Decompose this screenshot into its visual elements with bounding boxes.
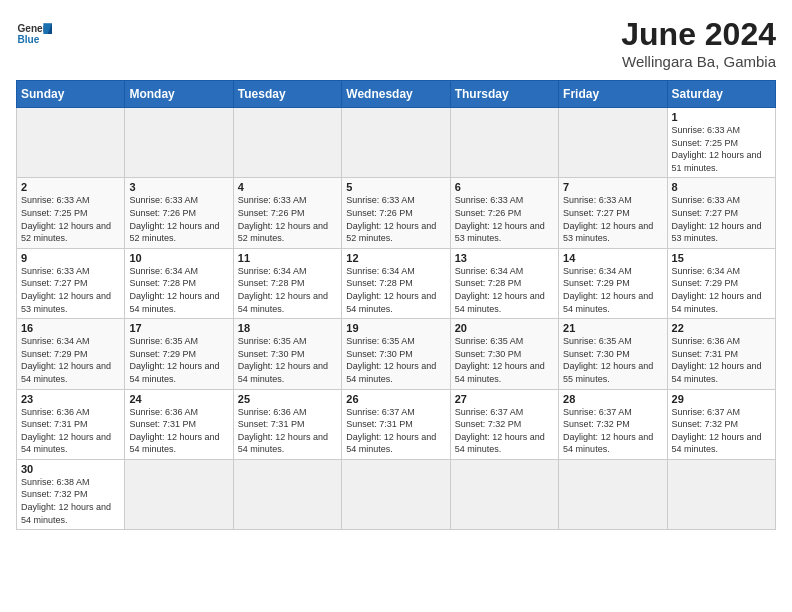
day-number: 15 bbox=[672, 252, 771, 264]
calendar-day-cell: 1Sunrise: 6:33 AM Sunset: 7:25 PM Daylig… bbox=[667, 108, 775, 178]
day-number: 1 bbox=[672, 111, 771, 123]
calendar-week-row: 2Sunrise: 6:33 AM Sunset: 7:25 PM Daylig… bbox=[17, 178, 776, 248]
day-number: 28 bbox=[563, 393, 662, 405]
day-number: 5 bbox=[346, 181, 445, 193]
day-info: Sunrise: 6:33 AM Sunset: 7:27 PM Dayligh… bbox=[21, 265, 120, 315]
calendar-day-cell bbox=[17, 108, 125, 178]
day-number: 24 bbox=[129, 393, 228, 405]
calendar-table: SundayMondayTuesdayWednesdayThursdayFrid… bbox=[16, 80, 776, 530]
calendar-day-cell: 16Sunrise: 6:34 AM Sunset: 7:29 PM Dayli… bbox=[17, 319, 125, 389]
day-info: Sunrise: 6:33 AM Sunset: 7:25 PM Dayligh… bbox=[21, 194, 120, 244]
day-info: Sunrise: 6:37 AM Sunset: 7:31 PM Dayligh… bbox=[346, 406, 445, 456]
day-info: Sunrise: 6:34 AM Sunset: 7:28 PM Dayligh… bbox=[455, 265, 554, 315]
calendar-day-cell bbox=[559, 108, 667, 178]
calendar-day-cell: 10Sunrise: 6:34 AM Sunset: 7:28 PM Dayli… bbox=[125, 248, 233, 318]
calendar-day-cell: 5Sunrise: 6:33 AM Sunset: 7:26 PM Daylig… bbox=[342, 178, 450, 248]
calendar-day-cell bbox=[450, 459, 558, 529]
day-info: Sunrise: 6:36 AM Sunset: 7:31 PM Dayligh… bbox=[21, 406, 120, 456]
calendar-day-cell: 14Sunrise: 6:34 AM Sunset: 7:29 PM Dayli… bbox=[559, 248, 667, 318]
day-info: Sunrise: 6:33 AM Sunset: 7:25 PM Dayligh… bbox=[672, 124, 771, 174]
day-number: 30 bbox=[21, 463, 120, 475]
day-info: Sunrise: 6:36 AM Sunset: 7:31 PM Dayligh… bbox=[129, 406, 228, 456]
calendar-day-cell: 9Sunrise: 6:33 AM Sunset: 7:27 PM Daylig… bbox=[17, 248, 125, 318]
calendar-day-cell: 15Sunrise: 6:34 AM Sunset: 7:29 PM Dayli… bbox=[667, 248, 775, 318]
calendar-day-cell: 2Sunrise: 6:33 AM Sunset: 7:25 PM Daylig… bbox=[17, 178, 125, 248]
calendar-week-row: 23Sunrise: 6:36 AM Sunset: 7:31 PM Dayli… bbox=[17, 389, 776, 459]
calendar-day-cell: 12Sunrise: 6:34 AM Sunset: 7:28 PM Dayli… bbox=[342, 248, 450, 318]
day-info: Sunrise: 6:34 AM Sunset: 7:29 PM Dayligh… bbox=[21, 335, 120, 385]
day-number: 19 bbox=[346, 322, 445, 334]
calendar-day-cell bbox=[342, 108, 450, 178]
svg-text:Blue: Blue bbox=[17, 34, 39, 45]
calendar-day-cell: 26Sunrise: 6:37 AM Sunset: 7:31 PM Dayli… bbox=[342, 389, 450, 459]
day-info: Sunrise: 6:34 AM Sunset: 7:29 PM Dayligh… bbox=[672, 265, 771, 315]
calendar-day-cell: 7Sunrise: 6:33 AM Sunset: 7:27 PM Daylig… bbox=[559, 178, 667, 248]
day-number: 25 bbox=[238, 393, 337, 405]
calendar-day-cell: 25Sunrise: 6:36 AM Sunset: 7:31 PM Dayli… bbox=[233, 389, 341, 459]
day-info: Sunrise: 6:36 AM Sunset: 7:31 PM Dayligh… bbox=[672, 335, 771, 385]
title-area: June 2024 Wellingara Ba, Gambia bbox=[621, 16, 776, 70]
day-of-week-header: Sunday bbox=[17, 81, 125, 108]
day-number: 27 bbox=[455, 393, 554, 405]
day-number: 10 bbox=[129, 252, 228, 264]
calendar-day-cell bbox=[450, 108, 558, 178]
calendar-day-cell bbox=[233, 459, 341, 529]
day-number: 26 bbox=[346, 393, 445, 405]
calendar-day-cell: 17Sunrise: 6:35 AM Sunset: 7:29 PM Dayli… bbox=[125, 319, 233, 389]
day-of-week-header: Tuesday bbox=[233, 81, 341, 108]
day-info: Sunrise: 6:38 AM Sunset: 7:32 PM Dayligh… bbox=[21, 476, 120, 526]
day-info: Sunrise: 6:35 AM Sunset: 7:30 PM Dayligh… bbox=[346, 335, 445, 385]
day-number: 20 bbox=[455, 322, 554, 334]
day-info: Sunrise: 6:35 AM Sunset: 7:30 PM Dayligh… bbox=[238, 335, 337, 385]
day-number: 22 bbox=[672, 322, 771, 334]
calendar-day-cell bbox=[233, 108, 341, 178]
day-number: 9 bbox=[21, 252, 120, 264]
day-info: Sunrise: 6:34 AM Sunset: 7:28 PM Dayligh… bbox=[238, 265, 337, 315]
day-info: Sunrise: 6:33 AM Sunset: 7:26 PM Dayligh… bbox=[238, 194, 337, 244]
calendar-day-cell: 18Sunrise: 6:35 AM Sunset: 7:30 PM Dayli… bbox=[233, 319, 341, 389]
day-number: 13 bbox=[455, 252, 554, 264]
calendar-week-row: 16Sunrise: 6:34 AM Sunset: 7:29 PM Dayli… bbox=[17, 319, 776, 389]
day-of-week-header: Friday bbox=[559, 81, 667, 108]
calendar-day-cell: 29Sunrise: 6:37 AM Sunset: 7:32 PM Dayli… bbox=[667, 389, 775, 459]
logo-icon: General Blue bbox=[16, 16, 52, 52]
calendar-day-cell: 13Sunrise: 6:34 AM Sunset: 7:28 PM Dayli… bbox=[450, 248, 558, 318]
calendar-day-cell: 3Sunrise: 6:33 AM Sunset: 7:26 PM Daylig… bbox=[125, 178, 233, 248]
calendar-day-cell: 27Sunrise: 6:37 AM Sunset: 7:32 PM Dayli… bbox=[450, 389, 558, 459]
calendar-header-row: SundayMondayTuesdayWednesdayThursdayFrid… bbox=[17, 81, 776, 108]
calendar-day-cell bbox=[559, 459, 667, 529]
day-number: 12 bbox=[346, 252, 445, 264]
day-info: Sunrise: 6:33 AM Sunset: 7:26 PM Dayligh… bbox=[455, 194, 554, 244]
day-number: 11 bbox=[238, 252, 337, 264]
day-info: Sunrise: 6:35 AM Sunset: 7:29 PM Dayligh… bbox=[129, 335, 228, 385]
day-of-week-header: Saturday bbox=[667, 81, 775, 108]
day-info: Sunrise: 6:34 AM Sunset: 7:28 PM Dayligh… bbox=[346, 265, 445, 315]
calendar-title: June 2024 bbox=[621, 16, 776, 53]
calendar-day-cell: 30Sunrise: 6:38 AM Sunset: 7:32 PM Dayli… bbox=[17, 459, 125, 529]
calendar-day-cell bbox=[125, 108, 233, 178]
day-number: 4 bbox=[238, 181, 337, 193]
day-of-week-header: Monday bbox=[125, 81, 233, 108]
day-info: Sunrise: 6:33 AM Sunset: 7:27 PM Dayligh… bbox=[563, 194, 662, 244]
day-number: 23 bbox=[21, 393, 120, 405]
logo: General Blue bbox=[16, 16, 52, 52]
calendar-week-row: 9Sunrise: 6:33 AM Sunset: 7:27 PM Daylig… bbox=[17, 248, 776, 318]
day-info: Sunrise: 6:36 AM Sunset: 7:31 PM Dayligh… bbox=[238, 406, 337, 456]
day-info: Sunrise: 6:33 AM Sunset: 7:27 PM Dayligh… bbox=[672, 194, 771, 244]
day-number: 6 bbox=[455, 181, 554, 193]
day-number: 7 bbox=[563, 181, 662, 193]
day-of-week-header: Wednesday bbox=[342, 81, 450, 108]
calendar-day-cell: 20Sunrise: 6:35 AM Sunset: 7:30 PM Dayli… bbox=[450, 319, 558, 389]
calendar-day-cell: 6Sunrise: 6:33 AM Sunset: 7:26 PM Daylig… bbox=[450, 178, 558, 248]
calendar-day-cell: 8Sunrise: 6:33 AM Sunset: 7:27 PM Daylig… bbox=[667, 178, 775, 248]
calendar-day-cell: 28Sunrise: 6:37 AM Sunset: 7:32 PM Dayli… bbox=[559, 389, 667, 459]
calendar-day-cell: 19Sunrise: 6:35 AM Sunset: 7:30 PM Dayli… bbox=[342, 319, 450, 389]
calendar-day-cell bbox=[342, 459, 450, 529]
day-number: 3 bbox=[129, 181, 228, 193]
calendar-day-cell: 24Sunrise: 6:36 AM Sunset: 7:31 PM Dayli… bbox=[125, 389, 233, 459]
calendar-day-cell: 22Sunrise: 6:36 AM Sunset: 7:31 PM Dayli… bbox=[667, 319, 775, 389]
day-info: Sunrise: 6:33 AM Sunset: 7:26 PM Dayligh… bbox=[346, 194, 445, 244]
day-info: Sunrise: 6:35 AM Sunset: 7:30 PM Dayligh… bbox=[563, 335, 662, 385]
day-number: 18 bbox=[238, 322, 337, 334]
day-number: 2 bbox=[21, 181, 120, 193]
